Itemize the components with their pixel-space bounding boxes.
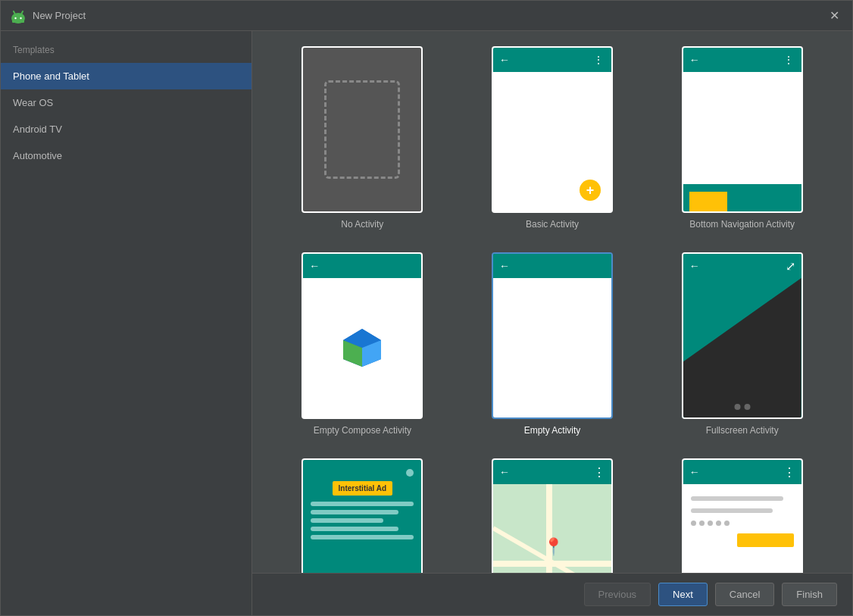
template-empty-compose-preview: ← [302, 252, 423, 419]
template-empty-compose[interactable]: ← Empty Com [275, 252, 450, 436]
template-bottom-nav[interactable]: ← ⋮ Bottom Navigation Activity [655, 46, 830, 230]
sidebar-section-label: Templates [1, 31, 252, 63]
main-content: Templates Phone and Tablet Wear OS Andro… [1, 31, 852, 615]
new-project-window: New Project ✕ Templates Phone and Tablet… [0, 0, 853, 616]
next-button[interactable]: Next [658, 583, 708, 606]
template-bottom-nav-label: Bottom Navigation Activity [689, 219, 795, 230]
bottom-bar: Previous Next Cancel Finish [252, 573, 852, 615]
template-empty-activity-label: Empty Activity [524, 425, 581, 436]
template-basic-activity[interactable]: ← ⋮ + Basic Activity [465, 46, 640, 230]
sidebar: Templates Phone and Tablet Wear OS Andro… [1, 31, 252, 615]
sidebar-item-phone-tablet[interactable]: Phone and Tablet [1, 63, 252, 89]
template-no-activity[interactable]: No Activity [275, 46, 450, 230]
template-interstitial-ad-preview: Interstitial Ad [302, 458, 423, 573]
svg-rect-1 [12, 17, 24, 23]
template-no-activity-preview [302, 46, 423, 213]
template-login[interactable]: ← ⋮ [655, 458, 830, 573]
template-fullscreen-label: Fullscreen Activity [706, 425, 779, 436]
template-empty-activity[interactable]: ← Empty Activity [465, 252, 640, 436]
cube-icon [339, 325, 385, 371]
template-login-preview: ← ⋮ [682, 458, 803, 573]
template-basic-activity-preview: ← ⋮ + [492, 46, 613, 213]
svg-point-2 [14, 17, 16, 18]
svg-line-4 [14, 11, 15, 14]
template-empty-activity-preview: ← [492, 252, 613, 419]
template-interstitial-ad[interactable]: Interstitial Ad Interstitial Ad [275, 458, 450, 573]
svg-line-5 [21, 11, 23, 14]
template-empty-compose-label: Empty Compose Activity [314, 425, 411, 436]
close-button[interactable]: ✕ [825, 7, 843, 25]
cancel-button[interactable]: Cancel [715, 583, 774, 606]
template-bottom-nav-preview: ← ⋮ [682, 46, 803, 213]
title-bar: New Project ✕ [1, 1, 852, 31]
template-google-maps[interactable]: ← ⋮ 📍 [465, 458, 640, 573]
template-fullscreen[interactable]: ← ⤢ Fullscreen Activity [655, 252, 830, 436]
main-area: No Activity ← ⋮ + [252, 31, 852, 615]
template-google-maps-preview: ← ⋮ 📍 [492, 458, 613, 573]
sidebar-item-android-tv[interactable]: Android TV [1, 116, 252, 142]
map-arrow-svg [551, 563, 611, 573]
template-fullscreen-preview: ← ⤢ [682, 252, 803, 419]
sidebar-item-wear-os[interactable]: Wear OS [1, 89, 252, 116]
previous-button[interactable]: Previous [584, 583, 651, 606]
android-icon [10, 8, 27, 24]
finish-button[interactable]: Finish [782, 583, 837, 606]
template-no-activity-label: No Activity [341, 219, 383, 230]
sidebar-item-automotive[interactable]: Automotive [1, 142, 252, 169]
interstitial-ad-label: Interstitial Ad [333, 481, 393, 496]
template-basic-activity-label: Basic Activity [526, 219, 579, 230]
svg-point-3 [20, 17, 21, 18]
templates-grid: No Activity ← ⋮ + [252, 31, 852, 573]
window-title: New Project [33, 10, 825, 21]
